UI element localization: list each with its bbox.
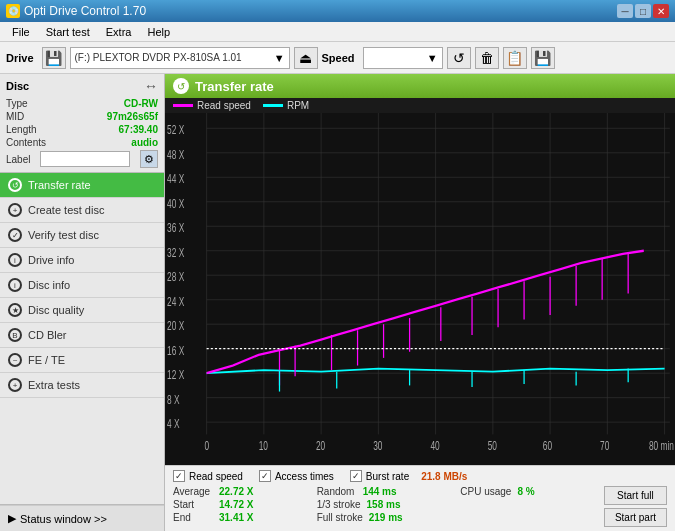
legend-read-speed-color (173, 104, 193, 107)
save-button[interactable]: 💾 (531, 47, 555, 69)
disc-type-row: Type CD-RW (6, 98, 158, 109)
svg-text:30: 30 (373, 439, 382, 452)
legend-read-speed-label: Read speed (197, 100, 251, 111)
nav-drive-info[interactable]: i Drive info (0, 248, 164, 273)
nav-label-verify-test-disc: Verify test disc (28, 229, 99, 241)
chart-header-icon: ↺ (173, 78, 189, 94)
nav-disc-info[interactable]: i Disc info (0, 273, 164, 298)
disc-label-input[interactable] (40, 151, 130, 167)
nav-label-cd-bler: CD Bler (28, 329, 67, 341)
burst-rate-checkbox-label: Burst rate (366, 471, 409, 482)
nav-icon-disc-quality: ★ (8, 303, 22, 317)
main-panel: ↺ Transfer rate Read speed RPM (165, 74, 675, 531)
status-window-button[interactable]: ▶ Status window >> (0, 505, 164, 531)
disc-contents-row: Contents audio (6, 137, 158, 148)
stat-cpu-usage: CPU usage 8 % (460, 486, 604, 497)
nav-verify-test-disc[interactable]: ✓ Verify test disc (0, 223, 164, 248)
menu-start-test[interactable]: Start test (38, 24, 98, 40)
svg-text:28 X: 28 X (167, 271, 184, 284)
legend-rpm: RPM (263, 100, 309, 111)
read-speed-checkbox[interactable]: ✓ (173, 470, 185, 482)
start-full-button[interactable]: Start full (604, 486, 667, 505)
checkboxes-row: ✓ Read speed ✓ Access times ✓ Burst rate… (173, 470, 667, 482)
stats-col-access: Random 144 ms 1/3 stroke 158 ms Full str… (317, 486, 461, 527)
legend-rpm-label: RPM (287, 100, 309, 111)
maximize-button[interactable]: □ (635, 4, 651, 18)
nav-label-disc-quality: Disc quality (28, 304, 84, 316)
read-speed-checkbox-label: Read speed (189, 471, 243, 482)
stat-average-value: 22.72 X (219, 486, 269, 497)
title-bar: 💿 Opti Drive Control 1.70 ─ □ ✕ (0, 0, 675, 22)
stat-cpu-label: CPU usage (460, 486, 511, 497)
save-icon: 💾 (534, 50, 551, 66)
disc-contents-label: Contents (6, 137, 46, 148)
stat-average: Average 22.72 X (173, 486, 317, 497)
disc-length-label: Length (6, 124, 37, 135)
nav-fe-te[interactable]: ~ FE / TE (0, 348, 164, 373)
label-gear-button[interactable]: ⚙ (140, 150, 158, 168)
stats-area: ✓ Read speed ✓ Access times ✓ Burst rate… (165, 465, 675, 531)
svg-text:50: 50 (488, 439, 497, 452)
check-burst-rate: ✓ Burst rate 21.8 MB/s (350, 470, 468, 482)
stat-end-label: End (173, 512, 213, 523)
stat-1-3-stroke: 1/3 stroke 158 ms (317, 499, 461, 510)
burst-rate-checkbox[interactable]: ✓ (350, 470, 362, 482)
stat-start: Start 14.72 X (173, 499, 317, 510)
stat-1-3-stroke-label: 1/3 stroke (317, 499, 361, 510)
sidebar-nav: ↺ Transfer rate + Create test disc ✓ Ver… (0, 173, 164, 504)
access-times-checkbox-label: Access times (275, 471, 334, 482)
stat-full-stroke-value: 219 ms (369, 512, 419, 523)
disc-arrow-icon[interactable]: ↔ (144, 78, 158, 94)
menu-file[interactable]: File (4, 24, 38, 40)
eraser-button[interactable]: 🗑 (475, 47, 499, 69)
nav-create-test-disc[interactable]: + Create test disc (0, 198, 164, 223)
svg-text:40: 40 (430, 439, 439, 452)
nav-label-fe-te: FE / TE (28, 354, 65, 366)
legend-rpm-color (263, 104, 283, 107)
start-part-button[interactable]: Start part (604, 508, 667, 527)
burst-rate-value: 21.8 MB/s (421, 471, 467, 482)
disc-type-value: CD-RW (124, 98, 158, 109)
check-access-times: ✓ Access times (259, 470, 334, 482)
menu-help[interactable]: Help (139, 24, 178, 40)
nav-extra-tests[interactable]: + Extra tests (0, 373, 164, 398)
stat-start-value: 14.72 X (219, 499, 269, 510)
nav-label-extra-tests: Extra tests (28, 379, 80, 391)
access-times-checkbox[interactable]: ✓ (259, 470, 271, 482)
svg-text:44 X: 44 X (167, 173, 184, 186)
status-window-label: Status window >> (20, 513, 107, 525)
stat-average-label: Average (173, 486, 213, 497)
nav-disc-quality[interactable]: ★ Disc quality (0, 298, 164, 323)
nav-transfer-rate[interactable]: ↺ Transfer rate (0, 173, 164, 198)
drive-select[interactable]: (F:) PLEXTOR DVDR PX-810SA 1.01 ▼ (70, 47, 290, 69)
svg-text:48 X: 48 X (167, 148, 184, 161)
eject-button[interactable]: ⏏ (294, 47, 318, 69)
nav-label-transfer-rate: Transfer rate (28, 179, 91, 191)
nav-icon-verify-test-disc: ✓ (8, 228, 22, 242)
stat-random-value: 144 ms (363, 486, 413, 497)
close-button[interactable]: ✕ (653, 4, 669, 18)
nav-icon-fe-te: ~ (8, 353, 22, 367)
menu-bar: File Start test Extra Help (0, 22, 675, 42)
eraser-icon: 🗑 (480, 50, 494, 66)
disc-info-panel: Disc ↔ Type CD-RW MID 97m26s65f Length 6… (0, 74, 164, 173)
stat-random-label: Random (317, 486, 357, 497)
check-read-speed: ✓ Read speed (173, 470, 243, 482)
svg-text:40 X: 40 X (167, 197, 184, 210)
copy-button[interactable]: 📋 (503, 47, 527, 69)
stats-col-cpu: CPU usage 8 % (460, 486, 604, 527)
legend-read-speed: Read speed (173, 100, 251, 111)
nav-cd-bler[interactable]: B CD Bler (0, 323, 164, 348)
refresh-button[interactable]: ↺ (447, 47, 471, 69)
disc-header: Disc ↔ (6, 78, 158, 94)
title-bar-controls: ─ □ ✕ (617, 4, 669, 18)
speed-select[interactable]: ▼ (363, 47, 443, 69)
minimize-button[interactable]: ─ (617, 4, 633, 18)
nav-icon-create-test-disc: + (8, 203, 22, 217)
status-window-icon: ▶ (8, 512, 16, 525)
menu-extra[interactable]: Extra (98, 24, 140, 40)
main-content: Disc ↔ Type CD-RW MID 97m26s65f Length 6… (0, 74, 675, 531)
drive-icon-btn[interactable]: 💾 (42, 47, 66, 69)
svg-text:32 X: 32 X (167, 246, 184, 259)
nav-icon-extra-tests: + (8, 378, 22, 392)
